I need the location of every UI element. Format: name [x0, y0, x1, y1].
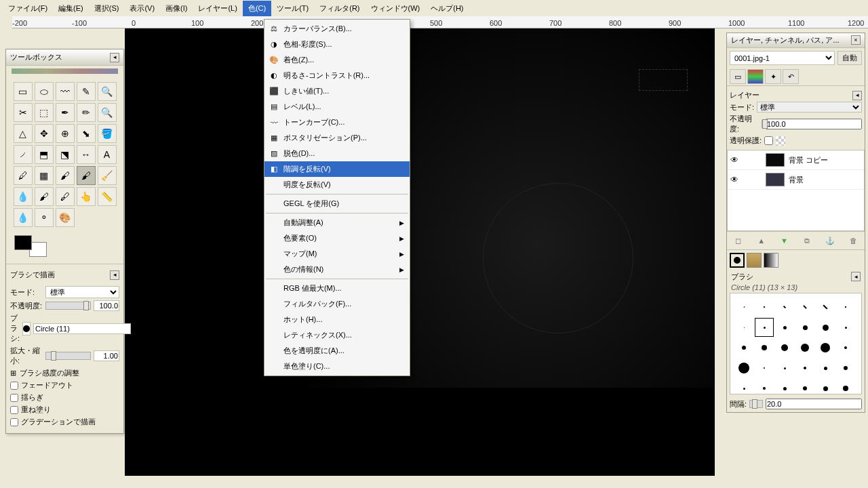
brush-cell[interactable] [795, 338, 814, 357]
layer-opacity-slider[interactable] [762, 120, 763, 128]
menu-item-17[interactable]: 色の情報(N)▶ [264, 262, 410, 277]
menu-6[interactable]: 色(C) [243, 1, 271, 16]
tool-1[interactable]: ⬭ [35, 82, 54, 101]
fg-color[interactable] [14, 235, 32, 250]
brush-cell[interactable] [775, 318, 794, 337]
menu-item-20[interactable]: フィルタパック(F)... [264, 296, 410, 312]
brush-cell[interactable] [734, 318, 753, 337]
tool-4[interactable]: 🔍 [98, 82, 117, 101]
layer-thumbnail[interactable] [766, 153, 785, 167]
menu-item-3[interactable]: ◐明るさ-コントラスト(R)... [264, 68, 410, 83]
brush-cell[interactable] [775, 359, 794, 378]
menu-item-10[interactable]: 明度を反転(V) [264, 177, 410, 192]
brush-cell[interactable] [816, 338, 835, 357]
brush-cell[interactable] [755, 298, 774, 317]
menu-item-19[interactable]: RGB 値最大(M)... [264, 281, 410, 296]
brush-cell[interactable] [755, 338, 774, 357]
tool-24[interactable]: 🧹 [98, 166, 117, 185]
layers-panel-close-icon[interactable]: × [851, 35, 861, 45]
menu-item-15[interactable]: 色要素(O)▶ [264, 230, 410, 246]
spacing-slider[interactable] [749, 400, 763, 408]
fadeout-check[interactable] [10, 382, 18, 390]
menu-item-21[interactable]: ホット(H)... [264, 312, 410, 327]
tool-options-menu-icon[interactable]: ◂ [110, 270, 119, 280]
tool-17[interactable]: ⬔ [56, 145, 75, 164]
brush-cell[interactable] [775, 298, 794, 317]
layer-name[interactable]: 背景 [789, 175, 804, 185]
brush-cell[interactable] [795, 359, 814, 378]
tool-8[interactable]: ✏ [77, 103, 96, 122]
visibility-icon[interactable]: 👁 [730, 175, 740, 184]
tool-16[interactable]: ⬒ [35, 145, 54, 164]
tool-2[interactable]: 〰 [56, 82, 75, 101]
tool-12[interactable]: ⊕ [56, 124, 75, 143]
layer-name[interactable]: 背景 コピー [789, 155, 828, 165]
jitter-check[interactable] [10, 394, 18, 402]
spacing-value[interactable] [766, 399, 862, 409]
brush-cell[interactable] [795, 379, 814, 398]
tool-6[interactable]: ⬚ [35, 103, 54, 122]
menu-item-1[interactable]: ◑色相-彩度(S)... [264, 37, 410, 52]
tool-22[interactable]: 🖌 [56, 166, 75, 185]
menu-4[interactable]: 画像(I) [160, 1, 193, 16]
tool-28[interactable]: 👆 [77, 187, 96, 206]
brush-cell[interactable] [836, 379, 855, 398]
brush-cell[interactable] [775, 338, 794, 357]
brush-cell[interactable] [836, 298, 855, 317]
tool-25[interactable]: 💧 [14, 187, 33, 206]
brush-cell[interactable] [816, 379, 835, 398]
tool-19[interactable]: A [98, 145, 117, 164]
tool-18[interactable]: ↔ [77, 145, 96, 164]
menu-item-24[interactable]: 単色塗り(C)... [264, 359, 410, 374]
brush-cell[interactable] [755, 359, 774, 378]
tool-29[interactable]: 📏 [98, 187, 117, 206]
sensitivity-label[interactable]: ブラシ感度の調整 [20, 368, 79, 378]
tool-20[interactable]: 🖊 [14, 166, 33, 185]
layer-row[interactable]: 👁背景 [728, 170, 864, 190]
menu-1[interactable]: 編集(E) [53, 1, 89, 16]
tool-10[interactable]: △ [14, 124, 33, 143]
tool-21[interactable]: ▦ [35, 166, 54, 185]
tab-paths-icon[interactable]: ✦ [765, 69, 781, 84]
brush-name[interactable] [33, 323, 131, 334]
brush-tab-circle[interactable] [730, 253, 745, 268]
brush-cell[interactable] [755, 318, 774, 337]
fg-bg-swatch[interactable] [14, 235, 47, 257]
lock-alpha-check[interactable] [764, 136, 773, 145]
menu-item-14[interactable]: 自動調整(A)▶ [264, 215, 410, 230]
layer-anchor-icon[interactable]: ⚓ [824, 235, 836, 247]
mode-select[interactable]: 標準 [45, 286, 119, 298]
brush-cell[interactable] [734, 379, 753, 398]
menu-item-8[interactable]: ▨脱色(D)... [264, 146, 410, 161]
layer-up-icon[interactable]: ▲ [755, 235, 768, 247]
menu-item-12[interactable]: GEGL を使用(G) [264, 196, 410, 211]
tool-7[interactable]: ✒ [56, 103, 75, 122]
layer-dup-icon[interactable]: ⧉ [801, 235, 813, 247]
brush-cell[interactable] [836, 318, 855, 337]
auto-button[interactable]: 自動 [837, 51, 862, 65]
brush-cell[interactable] [734, 359, 753, 378]
tool-11[interactable]: ✥ [35, 124, 54, 143]
tab-channels-icon[interactable] [747, 69, 764, 84]
menu-10[interactable]: ヘルプ(H) [425, 1, 469, 16]
toolbox-close-icon[interactable]: ◂ [110, 53, 119, 62]
canvas-image[interactable] [125, 28, 715, 388]
scale-slider[interactable] [45, 352, 91, 360]
brush-tab-pattern[interactable] [747, 253, 762, 268]
menu-2[interactable]: 選択(S) [89, 1, 125, 16]
canvas-area[interactable] [125, 28, 715, 476]
tool-13[interactable]: ⬊ [77, 124, 96, 143]
menu-5[interactable]: レイヤー(L) [193, 1, 242, 16]
tool-27[interactable]: 🖋 [56, 187, 75, 206]
layer-down-icon[interactable]: ▼ [778, 235, 791, 247]
gradient-check[interactable] [10, 418, 18, 426]
brush-cell[interactable] [795, 298, 814, 317]
brush-tab-gradient[interactable] [764, 253, 778, 268]
tool-14[interactable]: 🪣 [98, 124, 117, 143]
scale-value[interactable] [94, 350, 119, 361]
menu-7[interactable]: ツール(T) [271, 1, 314, 16]
tool-5[interactable]: ✂ [14, 103, 33, 122]
tool-26[interactable]: 🖌 [35, 187, 54, 206]
menu-item-0[interactable]: ⚖カラーバランス(B)... [264, 21, 410, 37]
menu-item-6[interactable]: 〰トーンカーブ(C)... [264, 115, 410, 130]
